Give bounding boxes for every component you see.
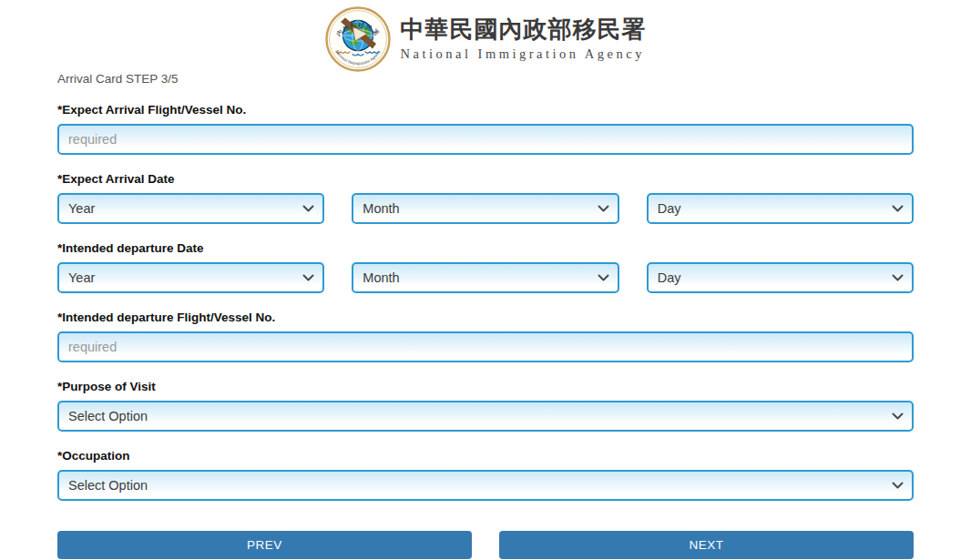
departure-date-row: Year Month Day [57, 262, 914, 293]
departure-year-wrap: Year [57, 262, 324, 293]
agency-seal-logo: 內政部移民署 National Immigration Agency [325, 6, 391, 72]
purpose-select[interactable]: Select Option [57, 401, 914, 432]
agency-title-block: 中華民國內政部移民署 National Immigration Agency [401, 16, 647, 62]
arrival-flight-input[interactable] [57, 124, 914, 155]
departure-day-wrap: Day [647, 262, 914, 293]
agency-title-chinese: 中華民國內政部移民署 [401, 16, 647, 44]
departure-date-label: *Intended departure Date [57, 241, 914, 255]
departure-month-wrap: Month [352, 262, 618, 293]
arrival-day-select[interactable]: Day [647, 193, 914, 224]
arrival-day-wrap: Day [647, 193, 914, 224]
departure-flight-input[interactable] [57, 331, 914, 362]
prev-button[interactable]: PREV [57, 531, 472, 559]
departure-month-select[interactable]: Month [352, 262, 618, 293]
arrival-date-row: Year Month Day [57, 193, 914, 224]
departure-year-select[interactable]: Year [57, 262, 324, 293]
step-indicator: Arrival Card STEP 3/5 [57, 72, 914, 86]
purpose-wrap: Select Option [57, 401, 914, 432]
arrival-month-wrap: Month [352, 193, 618, 224]
arrival-year-wrap: Year [57, 193, 324, 224]
purpose-label: *Purpose of Visit [57, 380, 914, 393]
header: 內政部移民署 National Immigration Agency 中華民國內… [0, 0, 971, 72]
arrival-flight-label: *Expect Arrival Flight/Vessel No. [57, 103, 914, 117]
nav-button-row: PREV NEXT [57, 531, 914, 560]
departure-flight-label: *Intended departure Flight/Vessel No. [57, 311, 914, 324]
arrival-year-select[interactable]: Year [57, 193, 324, 224]
occupation-select[interactable]: Select Option [57, 470, 914, 501]
occupation-label: *Occupation [57, 449, 914, 463]
next-button[interactable]: NEXT [499, 531, 914, 559]
departure-day-select[interactable]: Day [647, 262, 914, 293]
occupation-wrap: Select Option [57, 470, 914, 501]
agency-title-english: National Immigration Agency [401, 46, 647, 62]
arrival-card-form: Arrival Card STEP 3/5 *Expect Arrival Fl… [57, 72, 914, 560]
arrival-date-label: *Expect Arrival Date [57, 172, 914, 186]
arrival-month-select[interactable]: Month [352, 193, 618, 224]
